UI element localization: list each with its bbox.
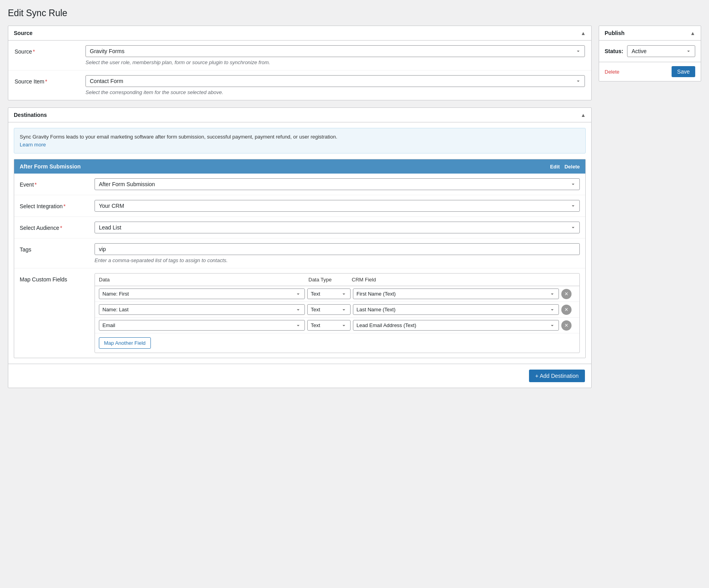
cf-data-select-1[interactable]: Name: First Name: Last Email Phone [99,288,305,299]
audience-label: Select Audience* [20,222,95,231]
publish-card: Publish ▲ Status: Active Inactive Draft … [599,26,701,81]
source-help: Select the user role, membership plan, f… [85,59,585,65]
cf-col-crm: CRM Field [352,277,561,283]
source-select[interactable]: Gravity Forms WooCommerce User Role Memb… [85,45,585,57]
tags-help: Enter a comma-separated list of tags to … [95,257,580,263]
dest-header-actions: Edit Delete [550,164,580,170]
page-title: Edit Sync Rule [8,8,701,18]
audience-control: Lead List Newsletter VIP Contacts [95,222,580,233]
status-label: Status: [605,48,623,54]
cf-crm-select-2[interactable]: First Name (Text) Last Name (Text) Lead … [353,304,559,315]
cf-remove-btn-2[interactable]: × [561,305,572,315]
delete-link[interactable]: Delete [605,69,620,75]
integration-row: Select Integration* Your CRM Mailchimp A… [14,195,585,217]
audience-select[interactable]: Lead List Newsletter VIP Contacts [95,222,580,233]
cf-type-select-3[interactable]: Text Number Date [307,320,351,331]
destinations-info-text: Sync Gravity Forms leads to your email m… [20,134,337,140]
destinations-info-box: Sync Gravity Forms leads to your email m… [14,128,586,153]
dest-block-title: After Form Submission [20,163,81,170]
event-row: Event* After Form Submission After Payme… [14,174,585,195]
cf-row-2: Name: First Name: Last Email Phone Text … [95,302,579,318]
custom-fields-row: Map Custom Fields Data Data Type CRM Fie… [14,268,585,358]
cf-col-data: Data [99,277,308,283]
destinations-learn-more-link[interactable]: Learn more [20,142,46,148]
cf-remove-btn-3[interactable]: × [561,320,572,331]
custom-fields-table: Data Data Type CRM Field Name: First Nam… [95,273,580,353]
status-select-wrap: Active Inactive Draft [627,45,695,57]
audience-row: Select Audience* Lead List Newsletter VI… [14,217,585,239]
publish-status-row: Status: Active Inactive Draft [599,41,701,62]
source-collapse-icon[interactable]: ▲ [581,30,586,36]
dest-block-header: After Form Submission Edit Delete [14,159,585,174]
destinations-card-header: Destinations ▲ [8,108,591,122]
source-label: Source* [15,45,85,55]
cf-crm-select-3[interactable]: First Name (Text) Last Name (Text) Lead … [353,320,559,331]
cf-data-select-2[interactable]: Name: First Name: Last Email Phone [99,304,305,315]
publish-collapse-icon[interactable]: ▲ [690,30,695,36]
cf-remove-btn-1[interactable]: × [561,289,572,299]
event-control: After Form Submission After Payment Afte… [95,178,580,190]
cf-row-1: Name: First Name: Last Email Phone Text … [95,286,579,302]
source-item-help: Select the corresponding item for the so… [85,89,585,95]
custom-fields-label: Map Custom Fields [20,273,95,283]
dest-edit-link[interactable]: Edit [550,164,560,170]
tags-control: Enter a comma-separated list of tags to … [95,243,580,263]
publish-card-header: Publish ▲ [599,26,701,41]
cf-data-select-3[interactable]: Name: First Name: Last Email Phone [99,320,305,331]
destinations-card: Destinations ▲ Sync Gravity Forms leads … [8,107,592,388]
custom-fields-control: Data Data Type CRM Field Name: First Nam… [95,273,580,353]
source-item-control: Contact Form Registration Form Checkout … [85,75,585,95]
publish-sidebar: Publish ▲ Status: Active Inactive Draft … [599,26,701,81]
tags-row: Tags Enter a comma-separated list of tag… [14,239,585,268]
integration-control: Your CRM Mailchimp ActiveCampaign HubSpo… [95,200,580,212]
source-card-title: Source [14,30,32,36]
source-item-select[interactable]: Contact Form Registration Form Checkout … [85,75,585,87]
cf-row-3: Name: First Name: Last Email Phone Text … [95,318,579,333]
status-select[interactable]: Active Inactive Draft [627,45,695,57]
cf-col-type: Data Type [308,277,352,283]
source-control: Gravity Forms WooCommerce User Role Memb… [85,45,585,65]
dest-delete-link[interactable]: Delete [564,164,580,170]
source-card: Source ▲ Source* Gravity Forms WooCommer… [8,26,592,100]
event-select[interactable]: After Form Submission After Payment Afte… [95,178,580,190]
event-label: Event* [20,178,95,188]
source-card-header: Source ▲ [8,26,591,41]
source-row: Source* Gravity Forms WooCommerce User R… [8,41,591,70]
cf-header: Data Data Type CRM Field [95,274,579,286]
integration-select[interactable]: Your CRM Mailchimp ActiveCampaign HubSpo… [95,200,580,212]
cf-crm-select-1[interactable]: First Name (Text) Last Name (Text) Lead … [353,288,559,299]
map-field-button[interactable]: Map Another Field [99,337,151,349]
tags-input[interactable] [95,243,580,255]
publish-card-title: Publish [605,30,625,36]
publish-actions: Delete Save [599,62,701,81]
add-dest-footer: + Add Destination [8,364,591,388]
cf-type-select-1[interactable]: Text Number Date [307,288,351,299]
add-destination-button[interactable]: + Add Destination [529,370,585,382]
integration-label: Select Integration* [20,200,95,209]
tags-label: Tags [20,243,95,253]
save-button[interactable]: Save [672,66,695,77]
cf-type-select-2[interactable]: Text Number Date [307,304,351,315]
destination-block: After Form Submission Edit Delete Event*… [14,159,586,358]
destinations-card-title: Destinations [14,112,47,118]
source-item-label: Source Item* [15,75,85,85]
source-item-row: Source Item* Contact Form Registration F… [8,70,591,100]
destinations-collapse-icon[interactable]: ▲ [581,112,586,118]
